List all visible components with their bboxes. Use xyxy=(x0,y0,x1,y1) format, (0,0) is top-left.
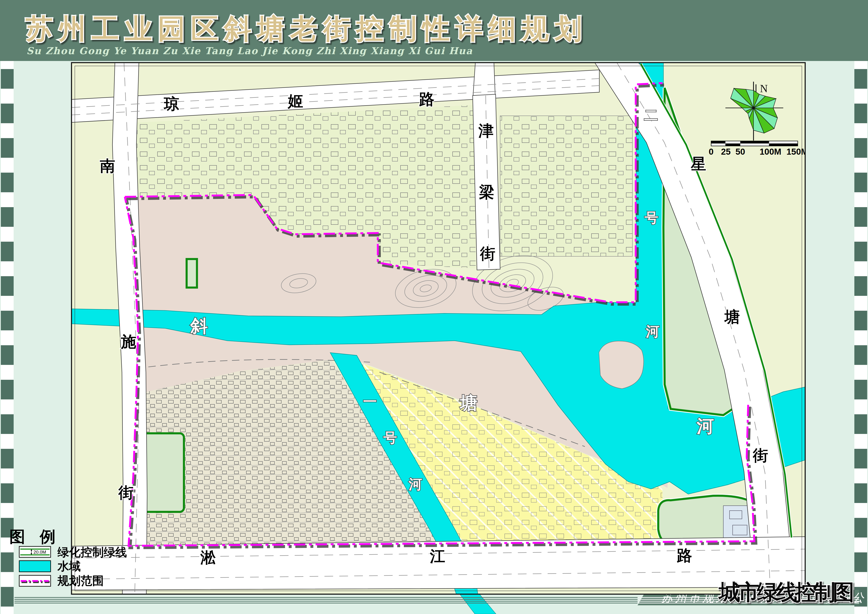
green-plot-small xyxy=(187,259,197,288)
legend-item-water: 水域 xyxy=(57,560,81,573)
road-label-songjiang-0: 淞 xyxy=(200,549,216,566)
river-label-xietang-1: 塘 xyxy=(459,394,477,412)
title-banner: 苏州工业园区斜塘老街控制性详细规划 Su Zhou Gong Ye Yuan Z… xyxy=(0,0,868,61)
drawing-title: 城市绿线控制图 xyxy=(718,580,852,604)
road-jinliang-north xyxy=(473,63,495,96)
road-label-qiongji-0: 琼 xyxy=(163,96,179,112)
river-label-yihao-1: 号 xyxy=(383,430,397,445)
legend-item-greenline: 绿化控制绿线 xyxy=(57,546,127,558)
river-label-erhao-0: 二 xyxy=(644,108,658,123)
river-label-yihao-0: 一 xyxy=(363,394,377,409)
plan-sheet: 苏州市规划设计研究院有限责任公司 xyxy=(0,0,868,614)
scale-tick-25: 25 xyxy=(721,147,731,157)
road-label-jinliang-0: 津 xyxy=(478,122,494,140)
road-label-jinliang-2: 街 xyxy=(480,245,495,262)
river-label-erhao-1: 号 xyxy=(645,210,658,225)
map-canvas: 斜 塘 河 一 号 河 二 号 河 琼 姬 路 南 施 街 津 梁 街 星 塘 xyxy=(71,63,808,594)
road-label-xingtang-1: 塘 xyxy=(724,309,740,326)
road-label-qiongji-1: 姬 xyxy=(287,93,303,110)
road-label-qiongji-2: 路 xyxy=(419,91,434,108)
river-label-yihao-2: 河 xyxy=(408,477,422,492)
scale-tick-50: 50 xyxy=(736,147,745,157)
road-label-nanshi-0: 南 xyxy=(100,158,115,175)
sheet-title: 苏州工业园区斜塘老街控制性详细规划 xyxy=(25,12,588,45)
river-label-erhao-2: 河 xyxy=(646,324,659,339)
road-label-nanshi-1: 施 xyxy=(121,333,136,350)
sheet-subtitle-pinyin: Su Zhou Gong Ye Yuan Zu Xie Tang Lao Jie… xyxy=(26,45,473,56)
legend-item-boundary: 规划范围 xyxy=(57,574,104,587)
scale-tick-0: 0 xyxy=(709,147,713,157)
north-label: N xyxy=(760,83,768,95)
river-label-xietang-2: 河 xyxy=(696,417,714,436)
scale-tick-100: 100M xyxy=(760,147,781,157)
legend-swatch-water xyxy=(19,561,51,572)
road-label-songjiang-1: 江 xyxy=(430,548,445,565)
zone-ne-compound xyxy=(500,116,632,256)
road-label-xingtang-0: 星 xyxy=(690,155,706,172)
legend-dim-label: 20.0M xyxy=(34,549,46,555)
river-label-xietang-0: 斜 xyxy=(190,316,208,335)
road-jinliang xyxy=(473,94,500,270)
road-label-nanshi-2: 街 xyxy=(118,484,134,501)
lake-island xyxy=(599,341,643,389)
road-label-xingtang-2: 街 xyxy=(752,447,768,464)
road-label-songjiang-2: 路 xyxy=(677,547,692,564)
road-label-jinliang-1: 梁 xyxy=(479,184,494,201)
legend-heading: 图 例 xyxy=(9,528,61,545)
film-strip-right xyxy=(854,61,867,614)
